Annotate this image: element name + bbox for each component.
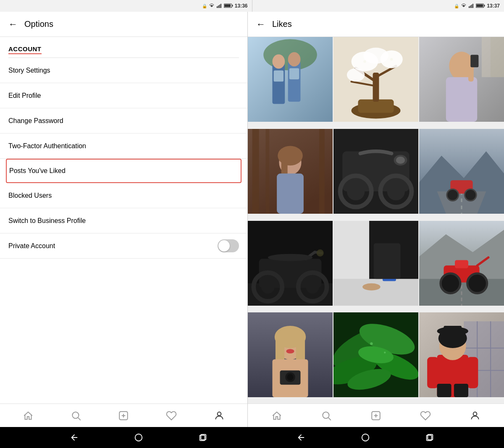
svg-rect-125 [467,357,478,388]
left-nav-heart[interactable] [165,410,177,422]
svg-point-39 [363,60,366,63]
private-account-item: Private Account [0,233,247,259]
edit-profile-item[interactable]: Edit Profile [0,83,247,108]
options-header: ← Options [0,12,247,37]
likes-title: Likes [272,19,292,29]
svg-rect-126 [437,384,452,397]
blocked-users-label: Blocked Users [8,192,52,199]
left-nav-home[interactable] [22,410,34,422]
edit-profile-label: Edit Profile [8,92,41,100]
svg-point-40 [390,58,393,60]
svg-point-112 [384,352,386,354]
svg-point-77 [306,280,319,293]
svg-rect-49 [252,129,259,214]
right-android-recents[interactable] [425,433,434,442]
svg-rect-0 [217,6,218,8]
right-nav-home[interactable] [271,410,283,422]
svg-point-37 [347,68,365,81]
svg-rect-51 [266,129,270,214]
svg-rect-26 [274,71,284,82]
left-android-home[interactable] [134,433,143,442]
svg-rect-47 [470,55,478,68]
two-factor-label: Two-Factor Authentication [8,142,86,150]
options-back-button[interactable]: ← [8,19,18,30]
posts-liked-item[interactable]: Posts You've Liked [6,159,242,183]
right-panel: ← Likes [248,12,504,427]
svg-rect-50 [319,129,325,214]
grid-item-11[interactable] [333,312,418,397]
svg-point-128 [323,412,329,418]
left-nav-profile[interactable] [213,410,225,422]
grid-item-3[interactable] [419,37,504,122]
lock-icon: 🔒 [202,4,207,8]
svg-point-19 [218,412,221,416]
two-factor-item[interactable]: Two-Factor Authentication [0,134,247,159]
grid-item-4[interactable] [248,129,333,214]
svg-rect-13 [476,4,483,7]
right-nav-heart[interactable] [420,410,431,422]
right-nav-search[interactable] [320,410,332,422]
svg-point-14 [72,412,79,418]
change-password-item[interactable]: Change Password [0,108,247,134]
svg-point-134 [135,434,142,441]
right-nav-add[interactable] [370,410,382,422]
svg-point-69 [447,189,459,201]
left-nav-search[interactable] [70,410,82,422]
right-battery-icon [476,3,485,9]
story-settings-item[interactable]: Story Settings [0,58,247,83]
options-list: ACCOUNT Story Settings Edit Profile Chan… [0,37,247,403]
main-content: ← Options ACCOUNT Story Settings Edit Pr… [0,12,504,427]
svg-point-76 [261,280,275,293]
svg-rect-7 [469,6,470,8]
grid-item-2[interactable] [333,37,418,122]
battery-icon [224,3,233,9]
grid-item-5[interactable] [333,129,418,214]
grid-item-8[interactable] [333,221,418,306]
svg-point-78 [317,249,324,257]
svg-point-133 [473,412,477,416]
likes-grid [248,37,504,403]
right-bottom-nav [248,403,504,427]
left-android-back[interactable] [70,433,79,442]
svg-rect-85 [374,243,401,279]
right-android-back[interactable] [297,433,306,442]
likes-back-button[interactable]: ← [256,19,265,30]
switch-business-item[interactable]: Switch to Business Profile [0,208,247,233]
blocked-users-item[interactable]: Blocked Users [0,183,247,208]
right-android-home[interactable] [361,433,370,442]
wifi-icon [209,3,215,9]
svg-rect-6 [224,4,231,7]
svg-rect-45 [446,77,477,122]
left-status-bar: 🔒 13:36 [0,0,252,12]
grid-item-7[interactable] [248,221,333,306]
svg-point-84 [362,283,381,290]
svg-point-111 [370,342,373,345]
account-section-label: ACCOUNT [8,45,42,54]
svg-point-137 [362,434,369,441]
svg-point-25 [288,52,301,66]
grid-item-10[interactable] [248,312,333,397]
story-settings-label: Story Settings [8,67,50,74]
svg-point-60 [347,182,365,200]
svg-rect-127 [454,384,468,397]
grid-item-12[interactable] [419,312,504,397]
toggle-knob [218,240,230,252]
svg-point-70 [465,189,476,201]
right-nav-profile[interactable] [469,410,481,422]
grid-item-6[interactable] [419,129,504,214]
posts-liked-label: Posts You've Liked [9,167,66,175]
switch-business-label: Switch to Business Profile [8,217,86,225]
left-nav-add[interactable] [118,410,129,422]
right-status-bar: 🔒 13:37 [252,0,504,12]
svg-rect-8 [470,5,471,8]
private-account-toggle[interactable] [218,239,239,252]
svg-rect-27 [289,68,299,79]
grid-item-1[interactable] [248,37,333,122]
svg-rect-2 [219,5,220,8]
android-nav [0,427,504,448]
svg-rect-42 [482,37,491,77]
signal-icon [216,3,222,9]
left-android-recents[interactable] [198,433,207,442]
change-password-label: Change Password [8,117,63,125]
grid-item-9[interactable] [419,221,504,306]
